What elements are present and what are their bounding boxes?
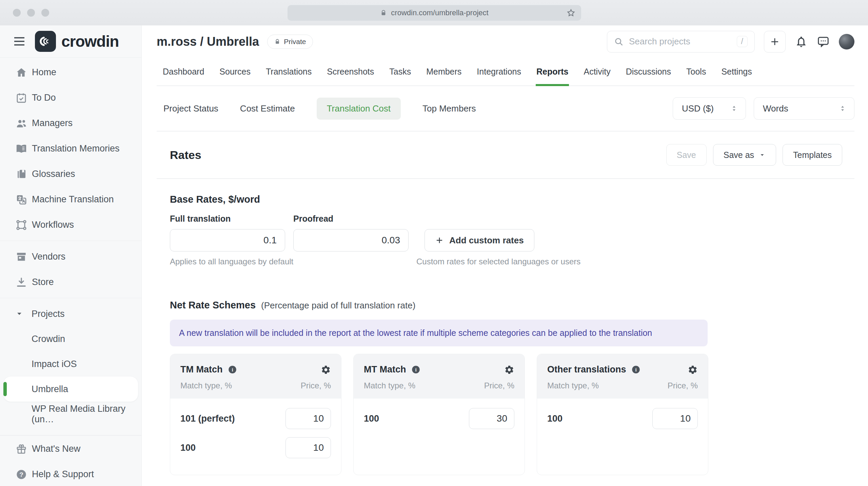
notifications-button[interactable] <box>795 35 808 48</box>
plus-icon <box>435 236 444 245</box>
sidebar-item-store[interactable]: Store <box>0 269 141 295</box>
gear-icon[interactable] <box>688 365 698 375</box>
tm-match-title: TM Match <box>180 364 223 375</box>
gear-icon[interactable] <box>504 365 514 375</box>
sidebar-item-managers[interactable]: Managers <box>0 110 141 136</box>
base-rates-title: Base Rates, $/word <box>170 194 854 205</box>
info-icon[interactable]: i <box>228 365 237 374</box>
tab-tools[interactable]: Tools <box>686 58 707 85</box>
subtab-cost-estimate[interactable]: Cost Estimate <box>240 103 295 114</box>
crowdin-wordmark: crowdin <box>61 32 119 50</box>
tab-settings[interactable]: Settings <box>721 58 752 85</box>
sidebar-project-umbrella[interactable]: Umbrella <box>3 377 138 402</box>
tab-activity[interactable]: Activity <box>583 58 611 85</box>
sidebar-brand-row: crowdin <box>0 25 141 58</box>
sidebar-item-label: To Do <box>32 93 56 103</box>
svg-text:i: i <box>415 367 416 372</box>
tab-screenshots[interactable]: Screenshots <box>326 58 375 85</box>
sidebar-item-whats-new[interactable]: What's New <box>0 436 141 462</box>
mt-match-100-price-input[interactable] <box>469 408 514 429</box>
tab-integrations[interactable]: Integrations <box>476 58 522 85</box>
sidebar-item-workflows[interactable]: Workflows <box>0 212 141 238</box>
window-minimize-button[interactable] <box>27 9 35 17</box>
base-rates-section: Base Rates, $/word Full translation Proo… <box>142 179 868 475</box>
proofread-field: Proofread <box>293 214 409 251</box>
tab-reports[interactable]: Reports <box>536 58 569 85</box>
window-zoom-button[interactable] <box>41 9 49 17</box>
tab-discussions[interactable]: Discussions <box>625 58 672 85</box>
sidebar-item-home[interactable]: Home <box>0 60 141 85</box>
sidebar-project-wp-real-media-library[interactable]: WP Real Media Library (un… <box>0 402 141 427</box>
sidebar-project-crowdin[interactable]: Crowdin <box>0 326 141 351</box>
add-custom-rates-button[interactable]: Add custom rates <box>425 229 534 251</box>
sidebar-item-todo[interactable]: To Do <box>0 85 141 110</box>
currency-select[interactable]: USD ($) <box>673 97 746 120</box>
managers-people-icon <box>16 118 27 129</box>
help-question-icon: ? <box>16 469 27 480</box>
url-text: crowdin.com/umbrella-project <box>391 8 488 17</box>
tab-members[interactable]: Members <box>426 58 462 85</box>
info-icon[interactable]: i <box>631 365 640 374</box>
user-avatar[interactable] <box>839 34 854 49</box>
save-as-button[interactable]: Save as <box>713 144 776 166</box>
other-translations-100-price-input[interactable] <box>652 408 698 429</box>
subtab-top-members[interactable]: Top Members <box>422 103 476 114</box>
window-controls <box>13 9 49 17</box>
templates-button[interactable]: Templates <box>783 144 842 166</box>
create-project-button[interactable] <box>764 31 786 53</box>
info-icon[interactable]: i <box>411 365 420 374</box>
svg-text:?: ? <box>19 471 23 478</box>
sidebar-item-vendors[interactable]: Vendors <box>0 244 141 269</box>
match-type-column-label: Match type, % <box>364 381 415 390</box>
base-rates-help-left: Applies to all languages by default <box>170 257 293 266</box>
sidebar-projects-toggle[interactable]: Projects <box>0 301 141 326</box>
sidebar-project-impact-ios[interactable]: Impact iOS <box>0 351 141 377</box>
project-label: Crowdin <box>32 334 65 344</box>
save-button[interactable]: Save <box>666 144 707 166</box>
gear-icon[interactable] <box>321 365 331 375</box>
match-type-value: 101 (perfect) <box>180 413 235 424</box>
match-type-column-label: Match type, % <box>547 381 599 390</box>
subtab-project-status[interactable]: Project Status <box>163 103 218 114</box>
full-translation-field: Full translation <box>170 214 285 251</box>
ssl-lock-icon <box>380 9 387 16</box>
net-rate-schemes-section: Net Rate Schemes (Percentage paid of ful… <box>170 300 854 475</box>
tab-tasks[interactable]: Tasks <box>389 58 412 85</box>
sidebar-item-help-support[interactable]: ? Help & Support <box>0 462 141 486</box>
svg-text:i: i <box>635 367 636 372</box>
tm-match-101-price-input[interactable] <box>285 408 331 429</box>
sidebar-item-label: Vendors <box>32 251 65 262</box>
window-close-button[interactable] <box>13 9 21 17</box>
proofread-input[interactable] <box>293 229 409 251</box>
crowdin-logo[interactable]: crowdin <box>35 31 119 52</box>
search-input[interactable] <box>628 36 732 47</box>
tab-sources[interactable]: Sources <box>219 58 251 85</box>
save-as-button-label: Save as <box>724 150 754 160</box>
messages-button[interactable] <box>817 35 830 48</box>
project-label: Impact iOS <box>32 359 77 369</box>
sidebar-nav: Home To Do Managers Translation Memories… <box>0 58 141 452</box>
net-rate-schemes-subtitle: (Percentage paid of full translation rat… <box>261 300 415 311</box>
full-translation-label: Full translation <box>170 214 285 224</box>
subtab-translation-cost[interactable]: Translation Cost <box>317 98 401 120</box>
mt-match-card: MT Match i Match type, % Price, % <box>353 354 525 475</box>
full-translation-input[interactable] <box>170 229 285 251</box>
privacy-badge-label: Private <box>284 38 306 46</box>
project-tabs: Dashboard Sources Translations Screensho… <box>157 58 854 86</box>
project-header: m.ross / Umbrella Private / <box>157 25 854 58</box>
sidebar-item-translation-memories[interactable]: Translation Memories <box>0 136 141 161</box>
sidebar-item-label: Home <box>32 67 56 78</box>
match-type-value: 100 <box>180 443 196 453</box>
tab-dashboard[interactable]: Dashboard <box>162 58 205 85</box>
tab-translations[interactable]: Translations <box>265 58 312 85</box>
sidebar-item-machine-translation[interactable]: Machine Translation <box>0 187 141 212</box>
address-bar[interactable]: crowdin.com/umbrella-project <box>288 5 581 21</box>
bookmark-star-icon[interactable] <box>566 8 576 18</box>
sidebar-item-glossaries[interactable]: Glossaries <box>0 161 141 187</box>
unit-select[interactable]: Words <box>754 97 854 120</box>
hamburger-menu-icon[interactable] <box>13 36 25 46</box>
tm-match-100-price-input[interactable] <box>285 437 331 458</box>
sidebar-item-label: Glossaries <box>32 169 75 179</box>
base-rates-fields: Full translation Proofread Add custom ra… <box>170 214 854 251</box>
sidebar-footer: What's New ? Help & Support <box>0 435 141 486</box>
